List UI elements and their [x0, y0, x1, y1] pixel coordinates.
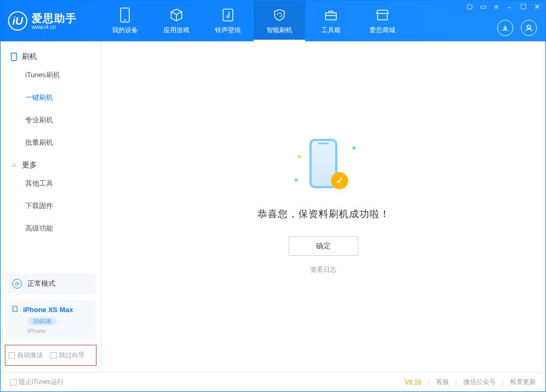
- nav-smart-flash[interactable]: 智能刷机: [254, 1, 305, 41]
- svg-rect-6: [13, 306, 17, 312]
- confirm-button[interactable]: 确定: [289, 236, 358, 256]
- nav-ringtone-wallpaper[interactable]: 铃声壁纸: [202, 1, 254, 41]
- nav-label: 智能刷机: [267, 26, 292, 35]
- checkbox-skip-guide[interactable]: 跳过向导: [50, 351, 85, 360]
- view-log-link[interactable]: 查看日志: [311, 265, 336, 275]
- user-button[interactable]: [521, 20, 537, 36]
- svg-rect-5: [11, 53, 17, 61]
- checkbox-auto-activate[interactable]: 自动激活: [9, 351, 43, 360]
- footer-link-wechat[interactable]: 微信公众号: [463, 378, 496, 387]
- toolbox-icon: [323, 8, 338, 23]
- logo-block: iU 爱思助手 www.i4.cn: [8, 11, 99, 31]
- nav-label: 铃声壁纸: [215, 26, 241, 35]
- checkbox-label: 阻止iTunes运行: [19, 378, 64, 387]
- checkbox-icon: [10, 379, 17, 386]
- menu-icon[interactable]: ≡: [494, 3, 498, 12]
- list-icon: ≡: [10, 161, 18, 169]
- device-type: iPhone: [27, 328, 89, 334]
- sidebar-item-batch-flash[interactable]: 批量刷机: [1, 131, 101, 154]
- app-body: 刷机 iTunes刷机 一键刷机 专业刷机 批量刷机 ≡ 更多 其他工具 下载固…: [1, 41, 545, 372]
- device-small-icon: [12, 306, 18, 314]
- sidegroup-flash-label: 刷机: [22, 52, 37, 62]
- main-navbar: 我的设备 应用游戏 铃声壁纸 智能刷机 工具箱 爱思商城: [99, 1, 408, 41]
- nav-label: 我的设备: [112, 26, 138, 35]
- sidebar: 刷机 iTunes刷机 一键刷机 专业刷机 批量刷机 ≡ 更多 其他工具 下载固…: [1, 41, 101, 372]
- music-note-icon: [220, 8, 235, 23]
- device-icon: [117, 8, 132, 23]
- footer-link-support[interactable]: 客服: [436, 378, 449, 387]
- close-button[interactable]: ✕: [534, 3, 540, 12]
- sidebar-scroll: 刷机 iTunes刷机 一键刷机 专业刷机 批量刷机 ≡ 更多 其他工具 下载固…: [1, 41, 101, 270]
- sidebar-item-pro-flash[interactable]: 专业刷机: [1, 109, 101, 131]
- device-name: iPhone XS Max: [23, 306, 73, 314]
- nav-toolbox[interactable]: 工具箱: [305, 1, 357, 41]
- sidebar-item-oneclick-flash[interactable]: 一键刷机: [1, 86, 101, 109]
- phone-small-icon: [10, 53, 18, 61]
- sidegroup-more-label: 更多: [22, 160, 37, 170]
- mode-icon: ⟳: [12, 279, 22, 289]
- refresh-shield-icon: [272, 8, 287, 23]
- success-message: 恭喜您，保资料刷机成功啦！: [257, 208, 390, 220]
- sidebar-item-itunes-flash[interactable]: iTunes刷机: [1, 64, 101, 86]
- store-icon: [375, 8, 390, 23]
- svg-rect-3: [326, 13, 336, 20]
- svg-point-4: [527, 25, 530, 28]
- app-window: iU 爱思助手 www.i4.cn 我的设备 应用游戏 铃声壁纸 智能刷机: [0, 0, 546, 392]
- success-illustration: ✓: [302, 139, 345, 193]
- main-content: ✓ 恭喜您，保资料刷机成功啦！ 确定 查看日志: [101, 41, 545, 372]
- note-icon[interactable]: ▭: [480, 3, 486, 12]
- minimize-button[interactable]: －: [506, 3, 513, 12]
- checkbox-icon: [50, 352, 57, 359]
- header-bar: iU 爱思助手 www.i4.cn 我的设备 应用游戏 铃声壁纸 智能刷机: [1, 1, 545, 41]
- mode-card[interactable]: ⟳ 正常模式: [6, 273, 95, 294]
- cube-icon: [169, 8, 184, 23]
- checkbox-label: 跳过向导: [59, 351, 85, 360]
- nav-label: 应用游戏: [164, 26, 189, 35]
- svg-point-1: [124, 19, 126, 20]
- sidegroup-more: ≡ 更多: [1, 154, 101, 172]
- header-right-icons: [497, 20, 537, 36]
- nav-store[interactable]: 爱思商城: [357, 1, 408, 41]
- brand-url: www.i4.cn: [32, 24, 77, 30]
- storage-badge: 256GB: [27, 317, 56, 326]
- nav-label: 爱思商城: [370, 26, 395, 35]
- svg-rect-2: [223, 9, 233, 21]
- logo-icon: iU: [8, 11, 27, 31]
- window-controls: ⬡ ▭ ≡ － ☐ ✕: [467, 3, 540, 12]
- version-label: V8.16: [404, 379, 421, 386]
- checkbox-icon: [9, 352, 15, 359]
- sidebar-item-other-tools[interactable]: 其他工具: [1, 172, 101, 195]
- bottom-options-highlight: 自动激活 跳过向导: [5, 345, 97, 366]
- checkbox-block-itunes[interactable]: 阻止iTunes运行: [10, 378, 64, 387]
- mode-label: 正常模式: [27, 279, 55, 289]
- sidebar-item-advanced[interactable]: 高级功能: [1, 217, 101, 240]
- nav-my-device[interactable]: 我的设备: [99, 1, 151, 41]
- brand-name: 爱思助手: [32, 12, 77, 24]
- device-card[interactable]: iPhone XS Max 256GB iPhone: [6, 300, 95, 339]
- checkbox-label: 自动激活: [17, 351, 43, 360]
- sidebar-item-download-firmware[interactable]: 下载固件: [1, 195, 101, 217]
- check-badge-icon: ✓: [331, 172, 348, 189]
- shirt-icon[interactable]: ⬡: [467, 3, 473, 12]
- brand-text: 爱思助手 www.i4.cn: [32, 12, 77, 30]
- nav-apps-games[interactable]: 应用游戏: [151, 1, 202, 41]
- footer-bar: 阻止iTunes运行 V8.16 | 客服 | 微信公众号 | 检查更新: [1, 372, 545, 391]
- maximize-button[interactable]: ☐: [520, 3, 527, 12]
- nav-label: 工具箱: [321, 26, 341, 35]
- download-button[interactable]: [497, 20, 513, 36]
- footer-link-update[interactable]: 检查更新: [510, 378, 536, 387]
- sidegroup-flash: 刷机: [1, 46, 101, 64]
